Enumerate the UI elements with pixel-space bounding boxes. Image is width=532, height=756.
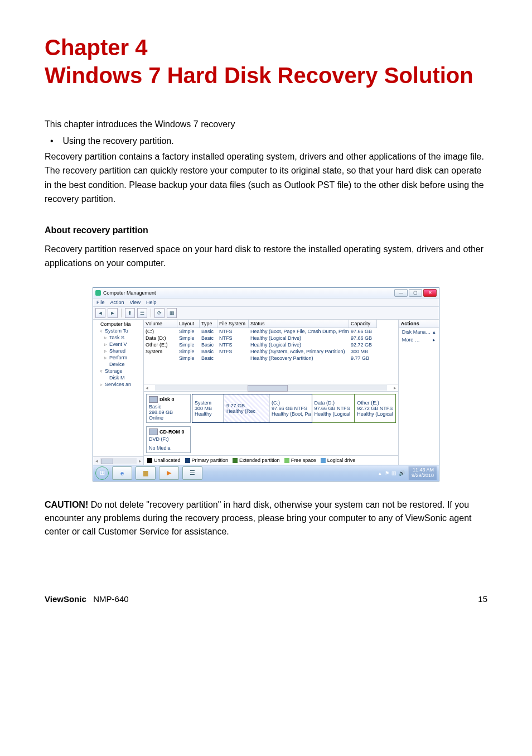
cell-type: Basic bbox=[200, 348, 217, 355]
partition-system[interactable]: System 300 MB Healthy bbox=[192, 394, 224, 423]
cell-volume: System bbox=[144, 348, 177, 355]
volume-row[interactable]: Other (E:) Simple Basic NTFS Healthy (Lo… bbox=[144, 341, 398, 348]
partition-d[interactable]: Data (D:) 97.66 GB NTFS Healthy (Logical bbox=[312, 394, 355, 423]
caution-paragraph: CAUTION! Do not delete "recovery partiti… bbox=[45, 498, 487, 538]
cell-capacity: 92.72 GB bbox=[349, 341, 377, 348]
cdrom-label: CD-ROM 0 DVD (F:) No Media bbox=[146, 426, 191, 453]
tray-flag-icon[interactable]: ⚑ bbox=[385, 470, 389, 476]
legend: Unallocated Primary partition Extended p… bbox=[144, 455, 398, 465]
computer-management-window: Computer Management — ▢ ✕ File Action Vi… bbox=[93, 287, 439, 465]
partition-c[interactable]: (C:) 97.66 GB NTFS Healthy (Boot, Pa bbox=[269, 394, 312, 423]
col-status[interactable]: Status bbox=[249, 320, 349, 328]
legend-extended-icon bbox=[233, 458, 238, 463]
legend-unallocated: Unallocated bbox=[154, 458, 181, 463]
taskbar-app-icon[interactable]: ☰ bbox=[182, 466, 202, 480]
cell-volume: Other (E:) bbox=[144, 341, 177, 348]
cell-layout: Simple bbox=[177, 341, 200, 348]
col-layout[interactable]: Layout bbox=[177, 320, 200, 328]
cdrom-block[interactable]: CD-ROM 0 DVD (F:) No Media bbox=[146, 426, 396, 453]
legend-primary-icon bbox=[185, 458, 190, 463]
properties-icon[interactable]: ☰ bbox=[137, 308, 147, 318]
tree-disk-management[interactable]: Disk M bbox=[94, 374, 144, 381]
tree-horizontal-scrollbar[interactable]: ◂▸ bbox=[93, 456, 143, 465]
chevron-right-icon: ▸ bbox=[433, 337, 436, 343]
footer-brand: ViewSonic bbox=[45, 594, 86, 604]
cdrom-icon bbox=[149, 428, 158, 435]
cell-layout: Simple bbox=[177, 328, 200, 335]
partition-recovery[interactable]: 9.77 GB Healthy (Rec bbox=[224, 394, 269, 423]
volume-horizontal-scrollbar[interactable]: ◂▸ bbox=[144, 384, 398, 391]
volume-row[interactable]: (C:) Simple Basic NTFS Healthy (Boot, Pa… bbox=[144, 328, 398, 335]
tree-task-scheduler[interactable]: ▹Task S bbox=[94, 334, 144, 341]
cell-status: Healthy (Logical Drive) bbox=[249, 335, 349, 341]
taskbar-explorer-icon[interactable]: ▆ bbox=[136, 466, 156, 480]
bullet-dot-icon: • bbox=[50, 136, 60, 146]
close-button[interactable]: ✕ bbox=[423, 289, 437, 297]
action-disk-management[interactable]: Disk Mana…▴ bbox=[399, 328, 439, 336]
legend-extended: Extended partition bbox=[239, 458, 280, 463]
cell-layout: Simple bbox=[177, 335, 200, 341]
tree-storage[interactable]: ▿Storage bbox=[94, 368, 144, 374]
caution-label: CAUTION! bbox=[45, 500, 88, 509]
volume-row[interactable]: Data (D:) Simple Basic NTFS Healthy (Log… bbox=[144, 335, 398, 341]
tray-icons: ⚑ ▥ 🔊 bbox=[385, 470, 405, 476]
actions-header: Actions bbox=[399, 320, 439, 328]
tree-root[interactable]: Computer Ma bbox=[94, 321, 144, 328]
disk-icon bbox=[149, 396, 158, 403]
cell-fs: NTFS bbox=[217, 335, 249, 341]
cell-status: Healthy (Boot, Page File, Crash Dump, Pr… bbox=[249, 328, 349, 335]
col-type[interactable]: Type bbox=[200, 320, 217, 328]
tray-volume-icon[interactable]: 🔊 bbox=[399, 470, 405, 476]
tree-services[interactable]: ▹Services an bbox=[94, 381, 144, 388]
up-icon[interactable]: ⬆ bbox=[125, 308, 135, 318]
app-icon bbox=[95, 290, 101, 296]
col-capacity[interactable]: Capacity bbox=[349, 320, 377, 328]
cell-fs: NTFS bbox=[217, 348, 249, 355]
tray-network-icon[interactable]: ▥ bbox=[391, 470, 396, 476]
taskbar-media-icon[interactable]: ▶ bbox=[159, 466, 179, 480]
volume-table: Volume Layout Type File System Status Ca… bbox=[144, 320, 398, 392]
start-button[interactable]: ⊞ bbox=[95, 466, 109, 480]
intro-bullet-text: Using the recovery partition. bbox=[62, 136, 173, 146]
toolbar-separator bbox=[121, 309, 122, 317]
legend-free: Free space bbox=[291, 458, 316, 463]
refresh-icon[interactable]: ⟳ bbox=[154, 308, 165, 318]
minimize-button[interactable]: — bbox=[394, 289, 408, 297]
maximize-button[interactable]: ▢ bbox=[409, 289, 422, 297]
tray-show-hidden-icon[interactable]: ▴ bbox=[379, 470, 381, 476]
legend-primary: Primary partition bbox=[192, 458, 229, 463]
tree-device-manager[interactable]: Device bbox=[94, 361, 144, 368]
cell-layout: Simple bbox=[177, 355, 200, 362]
col-filesystem[interactable]: File System bbox=[217, 320, 249, 328]
menu-action[interactable]: Action bbox=[110, 300, 124, 305]
tree-system-tools[interactable]: ▿System To bbox=[94, 328, 144, 334]
action-more[interactable]: More …▸ bbox=[399, 336, 439, 344]
toolbar-separator-2 bbox=[151, 309, 151, 317]
toolbar: ◄ ► ⬆ ☰ ⟳ ▦ bbox=[93, 307, 439, 320]
screenshot-figure: Computer Management — ▢ ✕ File Action Vi… bbox=[45, 287, 487, 481]
list-view-icon[interactable]: ▦ bbox=[167, 308, 177, 318]
about-heading: About recovery partition bbox=[45, 223, 487, 238]
menu-file[interactable]: File bbox=[96, 300, 105, 305]
partition-e[interactable]: Other (E:) 92.72 GB NTFS Healthy (Logica… bbox=[355, 394, 396, 423]
taskbar-ie-icon[interactable]: e bbox=[112, 466, 132, 480]
nav-back-icon[interactable]: ◄ bbox=[95, 308, 105, 318]
volume-row[interactable]: System Simple Basic NTFS Healthy (System… bbox=[144, 348, 398, 355]
nav-forward-icon[interactable]: ► bbox=[108, 308, 118, 318]
cell-fs: NTFS bbox=[217, 328, 249, 335]
cell-type: Basic bbox=[200, 335, 217, 341]
taskbar-clock[interactable]: 11:43 AM 9/29/2010 bbox=[408, 466, 437, 480]
tree-event-viewer[interactable]: ▹Event V bbox=[94, 341, 144, 348]
cell-volume: Data (D:) bbox=[144, 335, 177, 341]
window-titlebar: Computer Management — ▢ ✕ bbox=[93, 288, 439, 298]
tree-performance[interactable]: ▹Perform bbox=[94, 354, 144, 361]
menu-help[interactable]: Help bbox=[146, 300, 157, 305]
cell-volume: (C:) bbox=[144, 328, 177, 335]
col-volume[interactable]: Volume bbox=[144, 320, 177, 328]
disk0-block[interactable]: Disk 0 Basic 298.09 GB Online System 300… bbox=[146, 394, 396, 423]
menu-view[interactable]: View bbox=[130, 300, 141, 305]
chapter-title: Chapter 4Windows 7 Hard Disk Recovery So… bbox=[45, 33, 487, 89]
volume-row[interactable]: Simple Basic Healthy (Recovery Partition… bbox=[144, 355, 398, 362]
tree-shared-folders[interactable]: ▹Shared bbox=[94, 348, 144, 354]
cell-capacity: 97.66 GB bbox=[349, 328, 377, 335]
